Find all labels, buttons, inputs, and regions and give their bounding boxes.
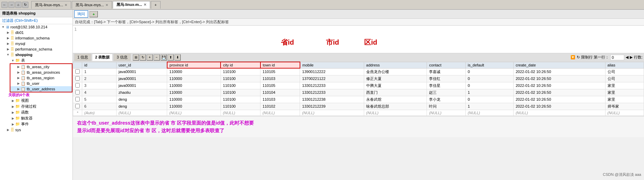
- user-expander[interactable]: ▶: [16, 81, 21, 86]
- row4-town: 110104: [260, 89, 300, 96]
- tab-2[interactable]: 黑马-linux-mys... ✕: [72, 1, 112, 9]
- th-create-date[interactable]: create_date: [513, 62, 605, 68]
- row2-checkbox[interactable]: [73, 75, 82, 82]
- export-icon[interactable]: ⬆: [168, 54, 174, 61]
- tree-views[interactable]: ▶ 📁 视图: [0, 98, 72, 104]
- back-icon[interactable]: ←: [1, 2, 8, 8]
- sys-expander[interactable]: ▶: [6, 127, 10, 132]
- th-id[interactable]: id: [82, 62, 117, 68]
- tree-triggers[interactable]: ▶ 📁 触发器: [0, 115, 72, 121]
- table-folder-expander[interactable]: ▼: [10, 58, 15, 63]
- results-tab-data[interactable]: 2 表数据: [92, 54, 113, 61]
- prov-expander[interactable]: ▶: [16, 70, 21, 75]
- perf-expander[interactable]: ▶: [6, 47, 10, 52]
- city-expander[interactable]: ▶: [16, 64, 21, 69]
- tab-3[interactable]: 黑马-linux-m... ✕: [113, 1, 150, 9]
- add-row-icon[interactable]: +: [147, 54, 153, 61]
- mysql-expander[interactable]: ▶: [6, 41, 10, 46]
- data-table-container[interactable]: id user_id province id city id town id m…: [73, 62, 644, 180]
- query-editor[interactable]: 1: [73, 26, 644, 53]
- user-addr-label: tb_user_address: [27, 87, 55, 91]
- row5-userid: deng: [116, 96, 167, 103]
- user-addr-expander[interactable]: ▶: [16, 87, 21, 91]
- trig-expander[interactable]: ▶: [10, 116, 15, 121]
- tree-shopping[interactable]: ▼ 🗄 shopping: [0, 52, 72, 57]
- refresh-data-icon[interactable]: ↻: [140, 54, 146, 61]
- tab-3-close[interactable]: ✕: [144, 3, 146, 7]
- limit-input[interactable]: [610, 55, 624, 60]
- tree-tb-areas-region[interactable]: ▶ 📋 tb_areas_region: [10, 75, 72, 81]
- tree-tb-areas-city[interactable]: ▶ 📋 tb_areas_city: [10, 64, 72, 70]
- shopping-icon: 🗄: [10, 53, 14, 57]
- table-folder-label: 表: [21, 58, 25, 63]
- th-province-id[interactable]: province id: [167, 62, 221, 68]
- row1-checkbox[interactable]: [73, 68, 82, 75]
- th-user-id[interactable]: user_id: [116, 62, 167, 68]
- tree-procedures[interactable]: ▶ 📁 存储过程: [0, 104, 72, 109]
- null-checkbox[interactable]: *: [73, 110, 82, 116]
- forward-icon[interactable]: →: [8, 2, 15, 8]
- add-query-button[interactable]: +: [89, 11, 98, 17]
- tree-sys[interactable]: ▶ 🗄 sys: [0, 127, 72, 133]
- tree-performance-schema[interactable]: ▶ 🗄 performance_schema: [0, 46, 72, 52]
- tab-2-close[interactable]: ✕: [105, 3, 108, 7]
- grid-icon[interactable]: ⊞: [133, 54, 139, 61]
- row5-date: 2022-01-02 10:26:50: [513, 96, 605, 103]
- table-row: 3 java00001 110000 110100 110105 1330121…: [73, 82, 644, 89]
- row6-checkbox[interactable]: [73, 103, 82, 110]
- tree-information-schema[interactable]: ▶ 🗄 information_schema: [0, 35, 72, 41]
- th-alias[interactable]: alias: [605, 62, 644, 68]
- tree-functions[interactable]: ▶ 📁 函数: [0, 109, 72, 115]
- import-icon[interactable]: ⬇: [174, 54, 181, 61]
- shopping-expander[interactable]: ▼: [6, 52, 10, 57]
- row3-checkbox[interactable]: [73, 82, 82, 89]
- tab-add[interactable]: +: [151, 1, 161, 9]
- th-mobile[interactable]: mobile: [300, 62, 364, 68]
- th-city-id[interactable]: city id: [221, 62, 260, 68]
- row4-id: 4: [82, 89, 117, 96]
- th-is-default[interactable]: is_default: [465, 62, 513, 68]
- home-icon[interactable]: ⌂: [15, 2, 22, 8]
- query-button[interactable]: 询问: [74, 10, 88, 18]
- nav-prev[interactable]: ◀: [626, 55, 628, 60]
- null-city: (NULL): [221, 110, 260, 116]
- save-icon[interactable]: 💾: [161, 54, 167, 61]
- delete-row-icon[interactable]: −: [154, 54, 160, 61]
- results-tab-info3[interactable]: 3 信息: [113, 54, 130, 61]
- results-tab-info1[interactable]: 1 信息: [74, 54, 91, 61]
- tree-tb-areas-provinces[interactable]: ▶ 📋 tb_areas_provinces: [10, 70, 72, 75]
- th-contact[interactable]: contact: [427, 62, 465, 68]
- row4-checkbox[interactable]: [73, 89, 82, 96]
- prov-label: tb_areas_provinces: [27, 70, 60, 74]
- refresh-icon[interactable]: ↻: [22, 2, 28, 8]
- limit-label: 限制行 第一行：: [581, 55, 609, 60]
- row5-checkbox[interactable]: [73, 96, 82, 103]
- sidebar-filter[interactable]: 过滤器 (Ctrl+Shift+E): [0, 17, 72, 24]
- db01-expander[interactable]: ▶: [6, 30, 10, 35]
- info-expander[interactable]: ▶: [6, 36, 10, 40]
- line-number: 1: [74, 27, 77, 32]
- root-icon: 🖥: [6, 25, 9, 29]
- tree-mysql[interactable]: ▶ 🗄 mysql: [0, 41, 72, 46]
- perf-icon: 🗄: [10, 47, 14, 51]
- views-expander[interactable]: ▶: [10, 98, 15, 103]
- func-expander[interactable]: ▶: [10, 110, 15, 115]
- tab-1-close[interactable]: ✕: [65, 3, 67, 7]
- null-address: (NULL): [364, 110, 427, 116]
- tree-folder-table[interactable]: ▼ 📁 表: [0, 57, 72, 63]
- th-town-id[interactable]: town id: [260, 62, 300, 68]
- nav-next[interactable]: ▶: [630, 55, 633, 60]
- tree-events[interactable]: ▶ 📁 事件: [0, 121, 72, 127]
- region-expander[interactable]: ▶: [16, 75, 21, 80]
- func-label: 函数: [21, 110, 29, 115]
- tree-root[interactable]: ▼ 🖥 root@192.168.10.214: [0, 24, 72, 30]
- event-expander[interactable]: ▶: [10, 122, 15, 127]
- tab-1[interactable]: 黑马-linux-mys... ✕: [31, 1, 71, 9]
- tree-tb-user[interactable]: ▶ 📋 tb_user: [10, 81, 72, 86]
- row2-alias: 公司: [605, 75, 644, 82]
- tree-tb-user-address[interactable]: ▶ 📋 tb_user_address: [10, 86, 72, 92]
- th-address[interactable]: address: [364, 62, 427, 68]
- proc-expander[interactable]: ▶: [10, 104, 15, 109]
- root-expander[interactable]: ▼: [1, 25, 6, 29]
- tree-db01[interactable]: ▶ 🗄 db01: [0, 30, 72, 35]
